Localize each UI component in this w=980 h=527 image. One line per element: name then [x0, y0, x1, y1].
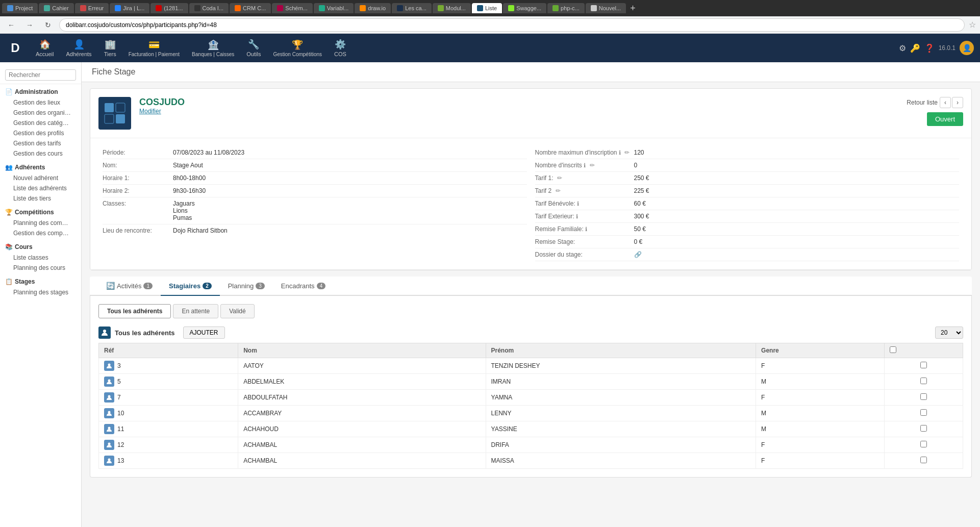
tab-project[interactable]: Project	[2, 3, 38, 13]
next-button[interactable]: ›	[952, 97, 963, 108]
forward-button[interactable]: →	[22, 18, 37, 32]
sidebar-item-liste-classes[interactable]: Liste classes	[5, 253, 76, 263]
nb-inscrits-edit-icon[interactable]: ✏	[590, 162, 595, 169]
tab-cahier[interactable]: Cahier	[39, 3, 73, 13]
sidebar-item-planning-competitions[interactable]: Planning des compétitions	[5, 218, 76, 228]
nav-adherents[interactable]: 👤 Adhérents	[61, 36, 96, 60]
tab-schema[interactable]: Schém...	[272, 3, 312, 13]
filter-en-attente[interactable]: En attente	[173, 304, 218, 318]
tab-variable[interactable]: Variabl...	[314, 3, 354, 13]
svg-rect-2	[105, 114, 114, 123]
sidebar-item-liste-adherents[interactable]: Liste des adhérents	[5, 183, 76, 193]
nb-max-edit-icon[interactable]: ✏	[624, 149, 630, 156]
tarif1-edit-icon[interactable]: ✏	[557, 174, 562, 182]
filter-valide[interactable]: Validé	[220, 304, 254, 318]
tiers-icon: 🏢	[105, 39, 116, 50]
nav-banques[interactable]: 🏦 Banques | Caisses	[187, 36, 239, 60]
tab-planning[interactable]: Planning 3	[220, 277, 273, 296]
app-logo[interactable]: D	[6, 39, 24, 57]
sidebar-item-planning-stages[interactable]: Planning des stages	[5, 287, 76, 297]
address-input[interactable]	[59, 18, 965, 32]
sidebar-item-gestion-profils[interactable]: Gestion des profils	[5, 128, 76, 138]
pagination-arrows: ‹ ›	[940, 97, 963, 108]
select-all-checkbox[interactable]	[890, 346, 896, 353]
nav-tiers[interactable]: 🏢 Tiers	[99, 36, 121, 60]
cell-nom: ACCAMBRAY	[238, 406, 486, 421]
row-checkbox[interactable]	[920, 378, 927, 384]
key-icon[interactable]: 🔑	[910, 43, 920, 53]
cell-prenom: TENZIN DESHEY	[486, 358, 756, 374]
row-checkbox[interactable]	[920, 409, 927, 416]
nav-cos[interactable]: ⚙️ COS	[329, 36, 351, 60]
row-checkbox[interactable]	[920, 457, 927, 463]
nav-facturation[interactable]: 💳 Facturation | Paiement	[123, 36, 185, 60]
cell-genre: M	[756, 421, 885, 437]
new-tab-button[interactable]: +	[627, 3, 639, 14]
tab-phpconfig[interactable]: php-c...	[547, 3, 585, 13]
nav-gestion-competitions[interactable]: 🏆 Gestion Compétitions	[268, 36, 327, 60]
ajouter-button[interactable]: AJOUTER	[183, 327, 225, 339]
sidebar-item-gestion-organisateurs[interactable]: Gestion des organisateurs	[5, 108, 76, 118]
per-page-select[interactable]: 20 50 100	[935, 327, 963, 339]
cell-checkbox	[885, 453, 963, 469]
sidebar-item-gestion-tarifs[interactable]: Gestion des tarifs	[5, 138, 76, 148]
tab-stagiaires[interactable]: Stagiaires 2	[161, 277, 220, 296]
status-button[interactable]: Ouvert	[927, 112, 963, 126]
tab-encadrants[interactable]: Encadrants 4	[273, 277, 334, 296]
svg-rect-1	[116, 103, 125, 112]
nav-outils[interactable]: 🔧 Outils	[241, 36, 266, 60]
nav-accueil[interactable]: 🏠 Accueil	[31, 36, 59, 60]
dossier-edit-icon[interactable]: 🔗	[634, 251, 642, 258]
row-checkbox[interactable]	[920, 362, 927, 368]
tab-swagger[interactable]: Swagge...	[503, 3, 546, 13]
filter-tous-adherents[interactable]: Tous les adhérents	[98, 304, 171, 318]
sidebar-item-gestion-categories[interactable]: Gestion des catégories	[5, 118, 76, 128]
tab-mail[interactable]: (1281...	[150, 3, 188, 13]
tab-nouveau[interactable]: Nouvel...	[586, 3, 626, 13]
tab-activites[interactable]: 🔄 Activités 1	[98, 277, 161, 296]
org-name: COSJUDO	[139, 97, 898, 108]
row-checkbox[interactable]	[920, 393, 927, 400]
tab-drawio[interactable]: draw.io	[355, 3, 391, 13]
cell-checkbox	[885, 390, 963, 406]
sidebar-item-liste-tiers[interactable]: Liste des tiers	[5, 193, 76, 204]
help-icon[interactable]: ❓	[924, 43, 935, 53]
sidebar-item-gestion-cours[interactable]: Gestion des cours	[5, 148, 76, 159]
nb-max-info-icon: ℹ	[619, 149, 621, 156]
fiche-details: Période: 07/08/2023 au 11/08/2023 Nom: S…	[90, 138, 971, 270]
topnav-right: ⚙ 🔑 ❓ 16.0.1 👤	[899, 41, 974, 55]
cell-ref: 12	[99, 437, 238, 453]
tab-lescat[interactable]: Les ca...	[392, 3, 432, 13]
prev-button[interactable]: ‹	[940, 97, 951, 108]
lieu-value: Dojo Richard Sitbon	[173, 227, 527, 234]
tab-coda[interactable]: Coda I...	[189, 3, 229, 13]
sidebar-section-title-adherents: 👥 Adhérents	[5, 164, 76, 171]
adherents-section-icon	[98, 327, 111, 339]
tab-crm[interactable]: CRM C...	[230, 3, 271, 13]
tarif2-edit-icon[interactable]: ✏	[556, 187, 561, 194]
modifier-link[interactable]: Modifier	[139, 108, 898, 115]
svg-point-9	[108, 427, 111, 430]
sidebar-item-nouvel-adherent[interactable]: Nouvel adhérent	[5, 173, 76, 183]
back-button[interactable]: ←	[4, 18, 18, 32]
reload-button[interactable]: ↻	[41, 18, 55, 32]
user-avatar[interactable]: 👤	[960, 41, 974, 55]
sidebar-item-gestion-competitions[interactable]: Gestion des compétitions	[5, 228, 76, 238]
cell-ref: 10	[99, 406, 238, 421]
sidebar-item-planning-cours[interactable]: Planning des cours	[5, 263, 76, 273]
retour-liste-label[interactable]: Retour liste	[907, 99, 938, 106]
bookmark-icon[interactable]: ☆	[969, 20, 976, 30]
sidebar-search-input[interactable]	[5, 69, 76, 81]
row-checkbox[interactable]	[920, 441, 927, 447]
row-checkbox[interactable]	[920, 425, 927, 432]
settings-icon[interactable]: ⚙	[899, 43, 906, 53]
tarif1-label: Tarif 1: ✏	[535, 174, 632, 182]
tab-liste[interactable]: Liste	[472, 3, 502, 13]
tab-module[interactable]: Modul...	[433, 3, 471, 13]
sidebar-item-gestion-lieux[interactable]: Gestion des lieux	[5, 97, 76, 108]
tarif1-value: 250 €	[634, 174, 649, 182]
cell-checkbox	[885, 421, 963, 437]
tab-erreur[interactable]: Erreur	[75, 3, 109, 13]
tab-jira[interactable]: Jira | L...	[110, 3, 149, 13]
remise-stage-value: 0 €	[634, 238, 643, 245]
